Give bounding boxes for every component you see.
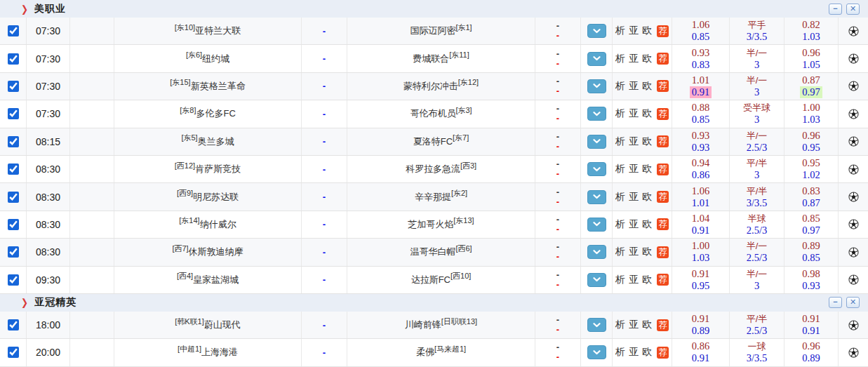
soccer-ball-icon[interactable] bbox=[848, 109, 859, 119]
close-section-button[interactable]: ✕ bbox=[846, 4, 860, 15]
away-rank-tag: [马来超1] bbox=[434, 344, 466, 354]
recommend-badge[interactable]: 荐 bbox=[657, 218, 669, 230]
analysis-link[interactable]: 析 bbox=[615, 191, 625, 203]
score-dash: - bbox=[302, 312, 347, 338]
soccer-ball-icon[interactable] bbox=[848, 347, 859, 358]
close-section-button[interactable]: ✕ bbox=[846, 297, 860, 308]
expand-odds-button[interactable] bbox=[587, 190, 606, 204]
asia-odds-link[interactable]: 亚 bbox=[629, 163, 639, 175]
analysis-link[interactable]: 析 bbox=[615, 218, 625, 231]
asia-odds-link[interactable]: 亚 bbox=[629, 191, 639, 203]
analysis-link[interactable]: 析 bbox=[615, 274, 625, 286]
analysis-link[interactable]: 析 bbox=[615, 346, 625, 359]
half-score-cell: - - bbox=[535, 211, 581, 238]
match-checkbox[interactable] bbox=[8, 81, 19, 92]
match-checkbox[interactable] bbox=[8, 319, 19, 331]
asia-odds-link[interactable]: 亚 bbox=[629, 25, 639, 37]
recommend-badge[interactable]: 荐 bbox=[657, 347, 669, 359]
home-odds-top: 0.94 bbox=[690, 157, 712, 169]
expand-odds-button[interactable] bbox=[587, 218, 606, 232]
recommend-badge[interactable]: 荐 bbox=[657, 25, 669, 37]
expand-odds-button[interactable] bbox=[587, 135, 606, 149]
asia-odds-link[interactable]: 亚 bbox=[629, 346, 639, 359]
analysis-link[interactable]: 析 bbox=[615, 246, 625, 258]
score-dash: - bbox=[302, 267, 347, 293]
europe-odds-link[interactable]: 欧 bbox=[642, 346, 652, 359]
soccer-ball-icon[interactable] bbox=[848, 136, 859, 147]
match-checkbox[interactable] bbox=[8, 192, 19, 203]
expand-odds-button[interactable] bbox=[587, 245, 606, 259]
europe-odds-link[interactable]: 欧 bbox=[642, 218, 652, 231]
expand-odds-button[interactable] bbox=[587, 24, 606, 38]
recommend-badge[interactable]: 荐 bbox=[657, 191, 669, 203]
expand-odds-button[interactable] bbox=[587, 345, 606, 359]
half-score-top-dash: - bbox=[556, 104, 559, 114]
expand-odds-button[interactable] bbox=[587, 318, 606, 332]
match-checkbox[interactable] bbox=[8, 108, 19, 119]
asia-odds-link[interactable]: 亚 bbox=[629, 274, 639, 286]
analysis-link[interactable]: 析 bbox=[615, 53, 625, 65]
match-row: 07:30 [东6]纽约城 - 费城联合[东11] - - 析 亚 欧 荐 0.… bbox=[0, 45, 868, 72]
soccer-ball-icon[interactable] bbox=[848, 192, 859, 202]
analysis-link[interactable]: 析 bbox=[615, 25, 625, 37]
soccer-ball-icon[interactable] bbox=[848, 26, 859, 36]
match-checkbox[interactable] bbox=[8, 53, 19, 65]
match-checkbox[interactable] bbox=[8, 25, 19, 36]
europe-odds-link[interactable]: 欧 bbox=[642, 135, 652, 148]
europe-odds-link[interactable]: 欧 bbox=[642, 246, 652, 258]
expand-odds-button[interactable] bbox=[587, 52, 606, 66]
asia-odds-link[interactable]: 亚 bbox=[629, 319, 639, 331]
soccer-ball-icon[interactable] bbox=[848, 274, 859, 285]
score-dash: - bbox=[302, 239, 347, 265]
analysis-link[interactable]: 析 bbox=[615, 163, 625, 175]
match-checkbox[interactable] bbox=[8, 219, 19, 230]
dropdown-cell bbox=[581, 183, 613, 210]
recommend-badge[interactable]: 荐 bbox=[657, 246, 669, 258]
asia-odds-link[interactable]: 亚 bbox=[629, 53, 639, 65]
away-team-name: 科罗拉多急流 bbox=[406, 163, 460, 175]
match-checkbox[interactable] bbox=[8, 136, 19, 147]
section-header: ❯ 亚冠精英 − ✕ bbox=[0, 294, 868, 312]
chevron-down-icon bbox=[593, 139, 601, 144]
match-checkbox[interactable] bbox=[8, 246, 19, 258]
soccer-ball-icon[interactable] bbox=[848, 219, 859, 229]
expand-odds-button[interactable] bbox=[587, 79, 606, 93]
analysis-link[interactable]: 析 bbox=[615, 107, 625, 120]
analysis-link[interactable]: 析 bbox=[615, 319, 625, 331]
asia-odds-link[interactable]: 亚 bbox=[629, 107, 639, 120]
soccer-ball-icon[interactable] bbox=[848, 164, 859, 175]
soccer-ball-icon[interactable] bbox=[848, 320, 859, 331]
match-checkbox[interactable] bbox=[8, 347, 19, 358]
europe-odds-link[interactable]: 欧 bbox=[642, 25, 652, 37]
europe-odds-link[interactable]: 欧 bbox=[642, 191, 652, 203]
expand-odds-button[interactable] bbox=[587, 162, 606, 176]
match-checkbox[interactable] bbox=[8, 274, 19, 286]
recommend-badge[interactable]: 荐 bbox=[657, 80, 669, 92]
soccer-ball-icon[interactable] bbox=[848, 53, 859, 64]
recommend-badge[interactable]: 荐 bbox=[657, 274, 669, 286]
europe-odds-link[interactable]: 欧 bbox=[642, 80, 652, 93]
recommend-badge[interactable]: 荐 bbox=[657, 319, 669, 331]
europe-odds-link[interactable]: 欧 bbox=[642, 53, 652, 65]
asia-odds-link[interactable]: 亚 bbox=[629, 135, 639, 148]
soccer-ball-icon[interactable] bbox=[848, 81, 859, 91]
collapse-section-button[interactable]: − bbox=[829, 297, 842, 308]
asia-odds-link[interactable]: 亚 bbox=[629, 218, 639, 231]
match-checkbox[interactable] bbox=[8, 164, 19, 175]
analysis-link[interactable]: 析 bbox=[615, 135, 625, 148]
asia-odds-link[interactable]: 亚 bbox=[629, 80, 639, 93]
europe-odds-link[interactable]: 欧 bbox=[642, 319, 652, 331]
europe-odds-link[interactable]: 欧 bbox=[642, 107, 652, 120]
expand-odds-button[interactable] bbox=[587, 107, 606, 121]
europe-odds-link[interactable]: 欧 bbox=[642, 274, 652, 286]
asia-odds-link[interactable]: 亚 bbox=[629, 246, 639, 258]
soccer-ball-icon[interactable] bbox=[848, 247, 859, 258]
recommend-badge[interactable]: 荐 bbox=[657, 135, 669, 147]
recommend-badge[interactable]: 荐 bbox=[657, 53, 669, 65]
collapse-section-button[interactable]: − bbox=[829, 4, 842, 15]
recommend-badge[interactable]: 荐 bbox=[657, 164, 669, 175]
analysis-link[interactable]: 析 bbox=[615, 80, 625, 93]
expand-odds-button[interactable] bbox=[587, 273, 606, 287]
recommend-badge[interactable]: 荐 bbox=[657, 108, 669, 120]
europe-odds-link[interactable]: 欧 bbox=[642, 163, 652, 175]
